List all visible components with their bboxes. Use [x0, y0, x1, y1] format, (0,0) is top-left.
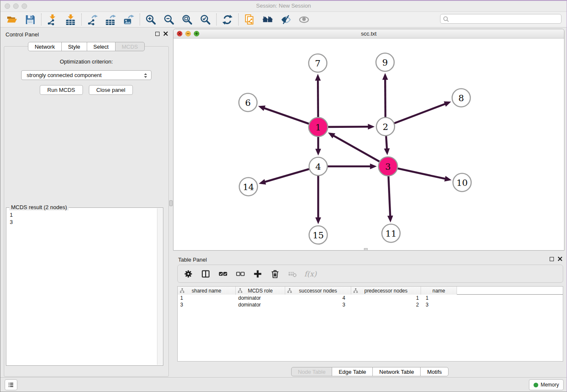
fx-icon: f(x)	[304, 270, 317, 278]
table-cell: 3	[421, 301, 457, 308]
graph-node-label: 14	[243, 182, 254, 192]
float-table-panel-icon[interactable]	[550, 257, 554, 261]
toolbar-separator	[140, 14, 140, 25]
refresh-view-button[interactable]	[218, 13, 237, 26]
mcds-result-text[interactable]: 1 3	[10, 211, 154, 364]
column-header-name[interactable]: name	[421, 287, 457, 295]
tab-style[interactable]: Style	[61, 42, 87, 51]
tab-mcds[interactable]: MCDS	[115, 42, 145, 51]
column-header-MCDS-role[interactable]: MCDS role	[236, 287, 285, 295]
column-header-shared-name[interactable]: shared name	[178, 287, 236, 295]
table-cell: 4	[285, 295, 351, 301]
graph-edge-2-3[interactable]	[386, 135, 387, 149]
column-header-predecessor-nodes[interactable]: predecessor nodes	[351, 287, 421, 295]
window-title: Session: New Session	[0, 3, 567, 9]
graph-edge-1-6[interactable]	[264, 108, 310, 124]
close-panel-button[interactable]: Close panel	[89, 85, 133, 95]
open-session-button[interactable]	[3, 13, 21, 26]
graph-edge-3-11[interactable]	[388, 175, 390, 216]
mcds-tab-content: Optimization criterion: strongly connect…	[4, 46, 169, 377]
criterion-dropdown[interactable]: strongly connected component	[21, 70, 151, 80]
graph-edge-2-8[interactable]	[393, 104, 446, 124]
network-resize-handle[interactable]	[364, 248, 368, 251]
network-window-titlebar[interactable]: scc.txt	[173, 29, 564, 39]
graph-node-label: 9	[382, 58, 388, 68]
graph-edge-4-14[interactable]	[264, 168, 310, 182]
criterion-selected-value: strongly connected component	[27, 72, 102, 78]
control-panel: Control Panel NetworkStyleSelectMCDS Opt…	[0, 28, 172, 378]
clone-network-icon	[244, 14, 255, 25]
graph-edge-1-2[interactable]	[327, 127, 369, 127]
control-panel-title: Control Panel	[6, 31, 39, 38]
zoom-selected-button[interactable]	[196, 13, 215, 26]
tab-edge-table[interactable]: Edge Table	[332, 367, 373, 376]
table-cell: 1	[178, 295, 236, 301]
tab-node-table[interactable]: Node Table	[291, 367, 333, 376]
task-history-button[interactable]	[5, 379, 17, 390]
graph-node-label: 11	[385, 229, 397, 239]
import-table-button[interactable]	[61, 13, 80, 26]
network-title: scc.txt	[173, 30, 564, 37]
graph-edge-1-7[interactable]	[318, 80, 318, 118]
table-row[interactable]: 3dominator323	[178, 301, 563, 308]
export-network-button[interactable]	[83, 13, 102, 26]
result-scrollbar[interactable]	[157, 208, 162, 365]
tab-network[interactable]: Network	[28, 42, 62, 51]
add-column-button[interactable]	[252, 268, 263, 279]
zoom-out-icon	[163, 14, 175, 25]
export-table-button[interactable]	[102, 13, 120, 26]
edge-arrowhead	[444, 176, 451, 182]
graph-edge-3-10[interactable]	[396, 168, 446, 179]
table-settings-button[interactable]	[183, 268, 194, 279]
network-canvas[interactable]: 7968124314101511	[173, 39, 564, 250]
table-cell: dominator	[236, 295, 285, 301]
zoom-fit-button[interactable]	[178, 13, 196, 26]
tab-select[interactable]: Select	[87, 42, 116, 51]
float-panel-icon[interactable]	[155, 32, 160, 36]
table-panel-title: Table Panel	[178, 257, 207, 263]
delete-column-button[interactable]	[270, 268, 281, 279]
edge-arrowhead	[384, 148, 390, 155]
split-pane-handle[interactable]	[169, 200, 173, 206]
zoom-in-button[interactable]	[142, 13, 160, 26]
table-panel: Table Panel	[173, 253, 567, 377]
node-table: shared nameMCDS rolesuccessor nodesprede…	[177, 286, 563, 362]
select-all-rows-button[interactable]	[217, 268, 228, 279]
tab-motifs[interactable]: Motifs	[420, 367, 449, 376]
export-image-button[interactable]	[120, 13, 138, 26]
refresh-icon	[222, 14, 233, 25]
export-table-icon	[105, 14, 116, 25]
deselect-all-rows-button[interactable]	[235, 268, 246, 279]
clone-network-button[interactable]	[240, 13, 259, 26]
hide-graphics-details-button[interactable]	[277, 13, 295, 26]
columns-icon	[201, 269, 210, 279]
show-columns-button[interactable]	[200, 268, 211, 279]
table-cell: dominator	[236, 301, 285, 308]
search-icon	[443, 16, 449, 22]
deselect-all-icon	[236, 269, 245, 279]
close-panel-icon[interactable]	[163, 31, 168, 36]
run-mcds-button[interactable]: Run MCDS	[40, 85, 83, 95]
graph-node-label: 3	[385, 162, 391, 172]
import-network-button[interactable]	[43, 13, 61, 26]
column-type-icon	[287, 288, 292, 294]
graph-node-label: 15	[313, 230, 324, 240]
column-type-icon	[353, 288, 358, 294]
toolbar-separator	[238, 14, 239, 25]
table-row[interactable]: 1dominator411	[178, 295, 563, 301]
home-icon	[262, 14, 273, 25]
graph-edge-3-1[interactable]	[333, 135, 380, 162]
edge-arrowhead	[382, 73, 388, 80]
window-titlebar: Session: New Session	[0, 1, 567, 12]
close-table-panel-icon[interactable]	[558, 257, 562, 261]
memory-status-dot	[534, 383, 538, 387]
zoom-out-button[interactable]	[160, 13, 178, 26]
save-session-button[interactable]	[21, 13, 39, 26]
graph-edge-2-9[interactable]	[385, 79, 385, 118]
tab-network-table[interactable]: Network Table	[372, 367, 421, 376]
global-search-field[interactable]	[440, 14, 561, 24]
memory-button[interactable]: Memory	[529, 379, 564, 390]
reset-home-button[interactable]	[259, 13, 277, 26]
column-header-successor-nodes[interactable]: successor nodes	[285, 287, 351, 295]
search-input[interactable]	[449, 16, 561, 22]
